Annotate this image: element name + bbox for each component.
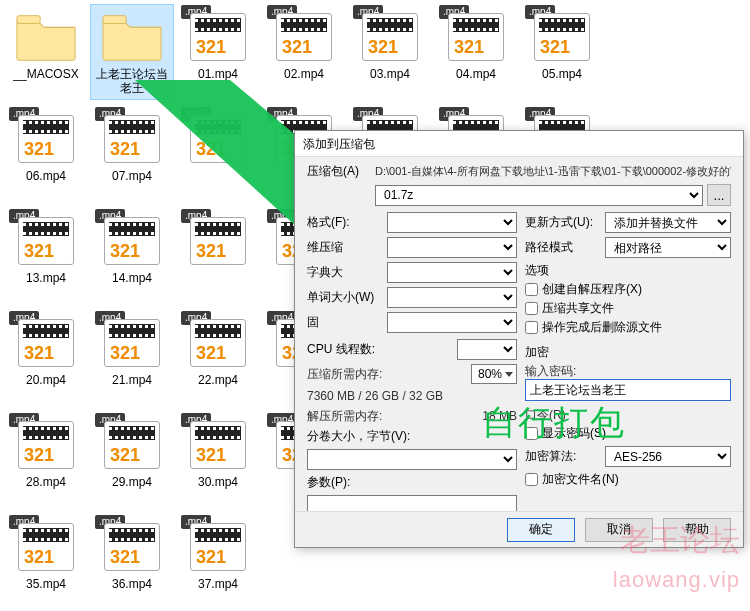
help-button[interactable]: 帮助 [663,518,731,542]
video-icon: .mp4321 [11,313,81,373]
svg-rect-0 [17,16,40,24]
path-mode-label: 路径模式 [525,239,605,256]
video-file-item[interactable]: .mp432128.mp4 [4,412,88,508]
video-icon: .mp4321 [97,415,167,475]
video-file-item[interactable]: .mp432121.mp4 [90,310,174,406]
file-label: __MACOSX [13,67,78,81]
video-file-item[interactable]: .mp432122.mp4 [176,310,260,406]
level-select[interactable] [387,237,517,258]
file-label: 07.mp4 [112,169,152,183]
password-label: 输入密码: [525,363,731,379]
update-mode-select[interactable]: 添加并替换文件 [605,212,731,233]
threads-label: CPU 线程数: [307,341,457,358]
video-icon: .mp4321 [97,517,167,577]
video-file-item[interactable]: .mp432114.mp4 [90,208,174,304]
params-label: 参数(P): [307,474,350,491]
options-group-header: 选项 [525,262,731,279]
file-label: 21.mp4 [112,373,152,387]
password-input[interactable] [525,379,731,401]
video-icon: .mp4321 [527,7,597,67]
video-file-item[interactable]: .mp432113.mp4 [4,208,88,304]
video-file-item[interactable]: .mp432135.mp4 [4,514,88,610]
svg-rect-1 [103,16,126,24]
video-icon: .mp4321 [11,517,81,577]
solid-label: 固 [307,314,387,331]
mem-compress-value: 7360 MB / 26 GB / 32 GB [307,388,517,404]
sfx-checkbox[interactable]: 创建自解压程序(X) [525,281,731,298]
file-label: 37.mp4 [198,577,238,591]
folder-item[interactable]: __MACOSX [4,4,88,100]
level-label: 维压缩 [307,239,387,256]
video-file-item[interactable]: .mp432104.mp4 [434,4,518,100]
enc-method-select[interactable]: AES-256 [605,446,731,467]
threads-select[interactable] [457,339,517,360]
archive-path: D:\001-自媒体\4-所有网盘下载地址\1-迅雷下载\01-下载\00000… [375,164,731,179]
file-label: 14.mp4 [112,271,152,285]
video-file-item[interactable]: .mp432107.mp4 [90,106,174,202]
video-file-item[interactable]: .mp432103.mp4 [348,4,432,100]
folder-icon [97,7,167,67]
video-icon: .mp4321 [11,415,81,475]
split-select[interactable] [307,449,517,470]
delete-after-checkbox[interactable]: 操作完成后删除源文件 [525,319,731,336]
folder-item[interactable]: 上老王论坛当老王 [90,4,174,100]
archive-name-select[interactable]: 01.7z [375,185,703,206]
video-file-item[interactable]: .mp432136.mp4 [90,514,174,610]
path-mode-select[interactable]: 相对路径 [605,237,731,258]
mem-percent[interactable]: 80% [471,364,517,384]
video-file-item[interactable]: .mp432101.mp4 [176,4,260,100]
video-icon: .mp4321 [183,7,253,67]
file-label: 35.mp4 [26,577,66,591]
file-label: 29.mp4 [112,475,152,489]
video-file-item[interactable]: .mp4321 [176,208,260,304]
mem-decompress-value: 18 MB [482,408,517,424]
file-label: 28.mp4 [26,475,66,489]
video-file-item[interactable]: .mp432120.mp4 [4,310,88,406]
file-label: 01.mp4 [198,67,238,81]
show-password-checkbox[interactable]: 显示密码(S) [525,425,731,442]
enc-method-label: 加密算法: [525,448,605,465]
cancel-button[interactable]: 取消 [585,518,653,542]
file-label: 22.mp4 [198,373,238,387]
word-select[interactable] [387,287,517,308]
video-icon: .mp4321 [97,313,167,373]
file-label: 上老王论坛当老王 [92,67,172,95]
file-label: 13.mp4 [26,271,66,285]
video-file-item[interactable]: .mp432102.mp4 [262,4,346,100]
video-file-item[interactable]: .mp432129.mp4 [90,412,174,508]
video-file-item[interactable]: .mp432106.mp4 [4,106,88,202]
video-icon: .mp4321 [183,517,253,577]
mem-decompress-label: 解压所需内存: [307,408,382,424]
video-icon: .mp4321 [183,109,253,169]
solid-select[interactable] [387,312,517,333]
video-icon: .mp4321 [183,415,253,475]
file-label: 30.mp4 [198,475,238,489]
browse-button[interactable]: ... [707,184,731,206]
file-label: 36.mp4 [112,577,152,591]
ok-button[interactable]: 确定 [507,518,575,542]
file-label: 04.mp4 [456,67,496,81]
file-label: 03.mp4 [370,67,410,81]
video-icon: .mp4321 [97,109,167,169]
video-file-item[interactable]: .mp432130.mp4 [176,412,260,508]
mem-compress-label: 压缩所需内存: [307,366,382,382]
video-icon: .mp4321 [355,7,425,67]
format-select[interactable] [387,212,517,233]
password2-label: 口令(R) [525,407,731,423]
word-label: 单词大小(W) [307,289,387,306]
dict-label: 字典大 [307,264,387,281]
format-label: 格式(F): [307,214,387,231]
video-file-item[interactable]: .mp4321 [176,106,260,202]
params-input[interactable] [307,495,517,511]
video-icon: .mp4321 [183,313,253,373]
dialog-title: 添加到压缩包 [295,131,743,157]
video-file-item[interactable]: .mp432105.mp4 [520,4,604,100]
split-label: 分卷大小，字节(V): [307,428,517,445]
encrypt-names-checkbox[interactable]: 加密文件名(N) [525,471,731,488]
video-file-item[interactable]: .mp432137.mp4 [176,514,260,610]
archive-label: 压缩包(A) [307,163,375,180]
dict-select[interactable] [387,262,517,283]
share-checkbox[interactable]: 压缩共享文件 [525,300,731,317]
video-icon: .mp4321 [441,7,511,67]
video-icon: .mp4321 [183,211,253,271]
